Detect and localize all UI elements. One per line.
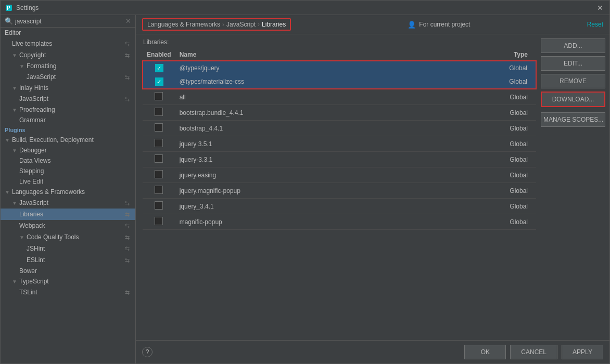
sidebar-item-webpack[interactable]: Webpack ⇆ [1,220,135,231]
arrow-icon: ▼ [12,53,19,58]
sidebar-item-stepping[interactable]: Stepping [1,166,135,176]
sidebar-item-build[interactable]: ▼ Build, Execution, Deployment [1,135,135,145]
checkbox-unchecked[interactable] [155,217,163,225]
sidebar-item-bower[interactable]: Bower [1,266,135,276]
table-row[interactable]: allGlobal [143,89,536,105]
checkbox-checked[interactable]: ✓ [155,77,163,86]
sync-icon: ⇆ [123,222,131,230]
apply-button[interactable]: APPLY [562,345,603,359]
sidebar-item-debugger[interactable]: ▼ Debugger [1,145,135,155]
checkbox-unchecked[interactable] [155,170,163,178]
library-type: Global [428,61,536,75]
sidebar-item-plugins: Plugins [1,125,135,135]
checkbox-checked[interactable]: ✓ [155,64,163,72]
checkbox-unchecked[interactable] [155,186,163,194]
checkbox-cell[interactable] [143,121,175,136]
table-row[interactable]: bootstrap_4.4.1Global [143,121,536,136]
checkbox-cell[interactable]: ✓ [143,75,175,89]
sidebar-item-libraries[interactable]: Libraries ⇆ [1,209,135,220]
sidebar-item-proofreading[interactable]: ▼ Proofreading [1,105,135,115]
sidebar-item-live-edit[interactable]: Live Edit [1,176,135,187]
right-panel: Languages & Frameworks › JavaScript › Li… [136,15,609,363]
help-button[interactable]: ? [142,347,152,357]
sidebar-item-copyright[interactable]: ▼ Copyright ⇆ [1,49,135,61]
sidebar-item-grammar[interactable]: Grammar [1,115,135,125]
col-enabled: Enabled [143,49,175,61]
library-name: jquery 3.5.1 [175,136,428,152]
breadcrumb-sep1: › [222,21,224,28]
breadcrumb-part1: Languages & Frameworks [147,21,220,28]
checkbox-cell[interactable] [143,199,175,214]
table-row[interactable]: jquery.magnific-popupGlobal [143,183,536,199]
library-type: Global [428,89,536,105]
library-type: Global [428,136,536,152]
library-name: bootstrap_4.4.1 [175,121,428,136]
checkbox-cell[interactable] [143,167,175,183]
arrow-icon: ▼ [19,235,27,240]
sidebar-item-tslint[interactable]: TSLint ⇆ [1,287,135,298]
sidebar: 🔍 ✕ Editor Live templates ⇆ ▼ Copyright … [1,15,136,363]
close-button[interactable]: ✕ [595,3,605,13]
checkbox-unchecked[interactable] [155,92,163,100]
breadcrumb-part2: JavaScript [226,21,256,28]
library-name: all [175,89,428,105]
checkbox-unchecked[interactable] [155,154,163,163]
arrow-icon: ▼ [5,137,12,143]
checkbox-cell[interactable]: ✓ [143,61,175,75]
table-row[interactable]: bootstrap.bundle_4.4.1Global [143,105,536,121]
library-name: @types/jquery [175,61,428,75]
checkbox-cell[interactable] [143,105,175,121]
table-container[interactable]: Enabled Name Type ✓@types/jqueryGlobal✓@… [142,49,537,340]
search-input[interactable] [15,18,123,25]
sidebar-item-languages[interactable]: ▼ Languages & Frameworks [1,187,135,197]
checkbox-unchecked[interactable] [155,123,163,132]
table-row[interactable]: magnific-popupGlobal [143,214,536,230]
checkbox-unchecked[interactable] [155,139,163,147]
sync-icon: ⇆ [123,40,131,48]
svg-text:P: P [7,5,10,11]
sidebar-item-js-formatting[interactable]: JavaScript ⇆ [1,71,135,83]
table-row[interactable]: jquery-3.3.1Global [143,152,536,167]
checkbox-cell[interactable] [143,89,175,105]
reset-link[interactable]: Reset [587,21,603,28]
table-row[interactable]: jquery 3.5.1Global [143,136,536,152]
cancel-button[interactable]: CANCEL [510,345,557,359]
search-bar: 🔍 ✕ [1,15,135,28]
top-bar: Languages & Frameworks › JavaScript › Li… [136,15,609,34]
search-icon: 🔍 [5,17,13,25]
table-row[interactable]: jquery_3.4.1Global [143,199,536,214]
table-row[interactable]: ✓@types/jqueryGlobal [143,61,536,75]
checkbox-cell[interactable] [143,152,175,167]
sidebar-item-eslint[interactable]: ESLint ⇆ [1,254,135,266]
content-area: Libraries: Enabled Name Type [136,34,609,340]
table-header-row: Enabled Name Type [143,49,536,61]
sidebar-item-js-inlay[interactable]: JavaScript ⇆ [1,93,135,105]
checkbox-unchecked[interactable] [155,108,163,116]
checkbox-cell[interactable] [143,183,175,199]
col-name: Name [175,49,428,61]
library-name: magnific-popup [175,214,428,230]
sidebar-item-live-templates[interactable]: Live templates ⇆ [1,38,135,49]
ok-button[interactable]: OK [464,345,506,359]
download-button[interactable]: DOWNLOAD... [541,92,605,107]
sidebar-item-data-views[interactable]: Data Views [1,155,135,166]
sidebar-item-inlay-hints[interactable]: ▼ Inlay Hints [1,83,135,93]
project-scope[interactable]: 👤 For current project [408,21,470,29]
search-clear-icon[interactable]: ✕ [125,17,131,25]
sidebar-item-code-quality[interactable]: ▼ Code Quality Tools ⇆ [1,231,135,243]
add-button[interactable]: ADD... [541,38,605,53]
checkbox-cell[interactable] [143,136,175,152]
table-row[interactable]: ✓@types/materialize-cssGlobal [143,75,536,89]
manage-scopes-button[interactable]: MANAGE SCOPES... [541,112,605,127]
remove-button[interactable]: REMOVE [541,74,605,88]
arrow-icon: ▼ [12,107,19,113]
arrow-icon: ▼ [5,189,12,195]
sidebar-item-javascript[interactable]: ▼ JavaScript ⇆ [1,197,135,209]
edit-button[interactable]: EDIT... [541,56,605,71]
checkbox-unchecked[interactable] [155,201,163,210]
sidebar-item-formatting[interactable]: ▼ Formatting [1,61,135,71]
sidebar-item-jshint[interactable]: JSHint ⇆ [1,243,135,254]
table-row[interactable]: jquery.easingGlobal [143,167,536,183]
sidebar-item-typescript[interactable]: ▼ TypeScript [1,276,135,287]
checkbox-cell[interactable] [143,214,175,230]
